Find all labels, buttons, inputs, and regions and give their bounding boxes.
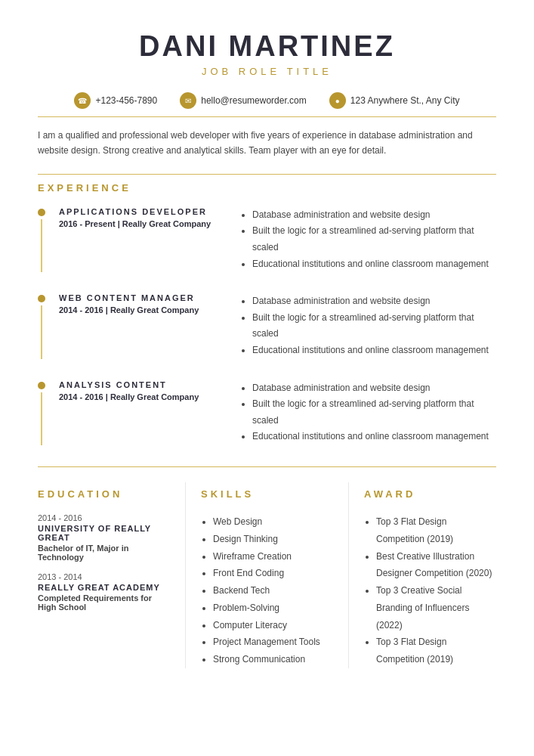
resume-page: DANI MARTINEZ JOB ROLE TITLE ☎ +123-456-… — [0, 0, 534, 756]
bullet-item: Educational institutions and online clas… — [252, 256, 496, 273]
award-item: Top 3 Flat Design Competition (2019) — [376, 634, 496, 668]
exp-left-1: APPLICATIONS DEVELOPER 2016 - Present | … — [59, 207, 225, 272]
contact-email: ✉ hello@resumeworder.com — [180, 92, 307, 109]
bullet-item: Database administration and website desi… — [252, 380, 496, 397]
phone-number: +123-456-7890 — [95, 95, 157, 106]
bullet-item: Built the logic for a streamlined ad-ser… — [252, 396, 496, 429]
bottom-section: EDUCATION 2014 - 2016 UNIVERSITY OF REAL… — [38, 466, 496, 668]
location-icon: ● — [329, 92, 346, 109]
edu-school-2: REALLY GREAT ACADEMY — [38, 583, 170, 592]
timeline-3 — [38, 380, 45, 445]
skill-item: Project Management Tools — [213, 634, 333, 651]
edu-degree-2: Completed Requirements for High School — [38, 593, 170, 612]
email-icon: ✉ — [180, 92, 196, 109]
award-item: Top 3 Creative Social Branding of Influe… — [376, 582, 496, 634]
skills-list: Web Design Design Thinking Wireframe Cre… — [201, 513, 333, 668]
exp-bullets-2: Database administration and website desi… — [240, 293, 496, 358]
skills-column: SKILLS Web Design Design Thinking Wirefr… — [201, 482, 349, 668]
contact-divider — [38, 116, 496, 117]
summary-divider — [38, 174, 496, 175]
timeline-line — [41, 219, 42, 272]
timeline-dot — [38, 209, 45, 216]
exp-bullets-3: Database administration and website desi… — [240, 380, 496, 445]
skill-item: Strong Communication — [213, 651, 333, 668]
bullet-item: Database administration and website desi… — [252, 207, 496, 224]
bullet-item: Built the logic for a streamlined ad-ser… — [252, 223, 496, 256]
header-section: DANI MARTINEZ JOB ROLE TITLE — [38, 30, 496, 77]
timeline-dot — [38, 295, 45, 302]
timeline-line — [41, 392, 42, 445]
bullet-item: Educational institutions and online clas… — [252, 429, 496, 445]
candidate-name: DANI MARTINEZ — [38, 30, 496, 63]
exp-left-2: WEB CONTENT MANAGER 2014 - 2016 | Really… — [59, 293, 225, 358]
award-item: Best Creative Illustration Designer Comp… — [376, 548, 496, 583]
exp-bullets-1: Database administration and website desi… — [240, 207, 496, 272]
bullet-item: Database administration and website desi… — [252, 293, 496, 310]
education-title: EDUCATION — [38, 488, 170, 500]
exp-left-3: ANALYSIS CONTENT 2014 - 2016 | Really Gr… — [59, 380, 225, 445]
skill-item: Backend Tech — [213, 582, 333, 600]
exp-company-1: 2016 - Present | Really Great Company — [59, 219, 225, 228]
job-title: JOB ROLE TITLE — [38, 66, 496, 77]
edu-school-1: UNIVERSITY OF REALLY GREAT — [38, 524, 170, 542]
email-address: hello@resumeworder.com — [201, 95, 307, 106]
bullet-item: Educational institutions and online clas… — [252, 342, 496, 359]
phone-icon: ☎ — [74, 92, 91, 109]
bullet-item: Built the logic for a streamlined ad-ser… — [252, 310, 496, 342]
timeline-dot — [38, 382, 45, 389]
experience-item: APPLICATIONS DEVELOPER 2016 - Present | … — [38, 207, 496, 272]
awards-list: Top 3 Flat Design Competition (2019) Bes… — [364, 513, 496, 668]
experience-item: WEB CONTENT MANAGER 2014 - 2016 | Really… — [38, 293, 496, 358]
edu-item-2: 2013 - 2014 REALLY GREAT ACADEMY Complet… — [38, 572, 170, 612]
skill-item: Front End Coding — [213, 565, 333, 582]
exp-right-1: Database administration and website desi… — [225, 207, 496, 272]
exp-company-3: 2014 - 2016 | Really Great Company — [59, 392, 225, 401]
timeline-2 — [38, 293, 45, 358]
timeline-line — [41, 305, 42, 358]
exp-right-3: Database administration and website desi… — [225, 380, 496, 445]
exp-company-2: 2014 - 2016 | Really Great Company — [59, 305, 225, 314]
edu-item-1: 2014 - 2016 UNIVERSITY OF REALLY GREAT B… — [38, 513, 170, 562]
awards-title: AWARD — [364, 488, 496, 500]
exp-job-title-3: ANALYSIS CONTENT — [59, 380, 225, 389]
contact-row: ☎ +123-456-7890 ✉ hello@resumeworder.com… — [38, 92, 496, 109]
skill-item: Wireframe Creation — [213, 548, 333, 565]
contact-phone: ☎ +123-456-7890 — [74, 92, 157, 109]
edu-year-2: 2013 - 2014 — [38, 572, 170, 581]
edu-degree-1: Bachelor of IT, Major in Technology — [38, 544, 170, 562]
education-column: EDUCATION 2014 - 2016 UNIVERSITY OF REAL… — [38, 482, 186, 668]
summary-text: I am a qualified and professional web de… — [38, 128, 496, 159]
edu-year-1: 2014 - 2016 — [38, 513, 170, 522]
awards-column: AWARD Top 3 Flat Design Competition (201… — [364, 482, 496, 668]
experience-section: EXPERIENCE APPLICATIONS DEVELOPER 2016 -… — [38, 182, 496, 445]
award-item: Top 3 Flat Design Competition (2019) — [376, 513, 496, 548]
contact-address: ● 123 Anywhere St., Any City — [329, 92, 460, 109]
timeline-1 — [38, 207, 45, 272]
skills-title: SKILLS — [201, 488, 333, 500]
experience-title: EXPERIENCE — [38, 182, 496, 194]
skill-item: Web Design — [213, 513, 333, 531]
experience-item: ANALYSIS CONTENT 2014 - 2016 | Really Gr… — [38, 380, 496, 445]
address-text: 123 Anywhere St., Any City — [350, 95, 460, 106]
skill-item: Problem-Solving — [213, 600, 333, 617]
exp-right-2: Database administration and website desi… — [225, 293, 496, 358]
exp-job-title-2: WEB CONTENT MANAGER — [59, 293, 225, 302]
exp-job-title-1: APPLICATIONS DEVELOPER — [59, 207, 225, 216]
skill-item: Computer Literacy — [213, 617, 333, 634]
skill-item: Design Thinking — [213, 531, 333, 548]
